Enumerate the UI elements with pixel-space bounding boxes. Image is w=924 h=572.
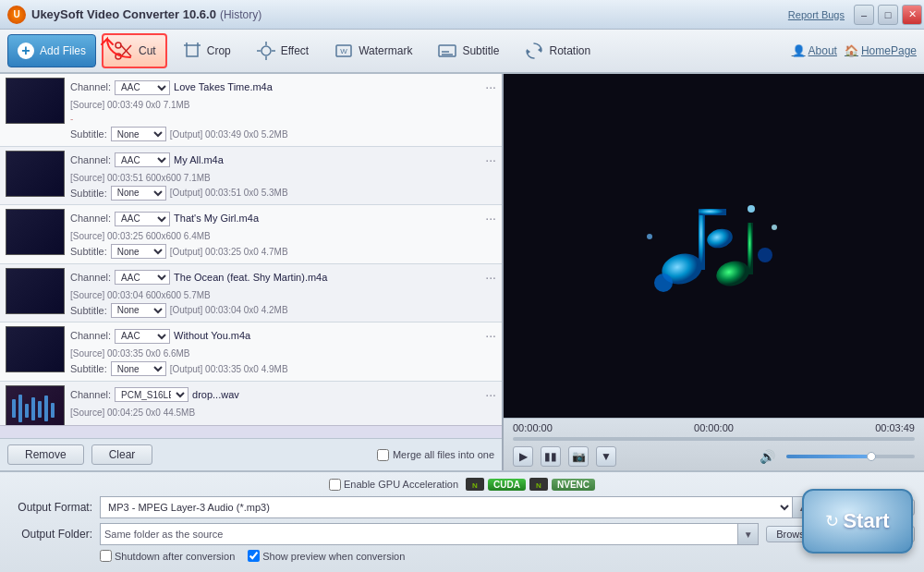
subtitle-select[interactable]: None <box>111 186 166 201</box>
nvidia-logo-icon: N <box>466 478 484 491</box>
subtitle-select[interactable]: None <box>111 127 166 141</box>
gpu-acceleration-check: Enable GPU Acceleration <box>329 479 458 491</box>
time-middle: 00:00:00 <box>694 422 734 433</box>
merge-checkbox[interactable] <box>377 449 389 461</box>
svg-marker-20 <box>527 49 530 55</box>
file-info: Channel: AAC My All.m4a ··· [Source] 00:… <box>70 151 496 201</box>
homepage-link[interactable]: 🏠 HomePage <box>845 44 917 57</box>
output-format-label: Output Format: <box>9 501 92 514</box>
options-row: Shutdown after conversion Show preview w… <box>100 550 915 562</box>
channel-select[interactable]: AAC <box>115 212 170 226</box>
toolbar: + Add Files Cut Crop <box>0 30 924 74</box>
svg-text:W: W <box>340 47 347 55</box>
shutdown-label: Shutdown after conversion <box>115 551 235 562</box>
subtitle-select[interactable]: None <box>111 303 166 318</box>
maximize-button[interactable]: □ <box>878 5 898 25</box>
shutdown-checkbox[interactable] <box>100 550 112 562</box>
file-info: Channel: AAC That's My Girl.m4a ··· [Sou… <box>70 209 496 260</box>
gpu-checkbox[interactable] <box>329 479 341 491</box>
list-item: Channel: AAC Without You.m4a ··· [Source… <box>0 323 502 382</box>
channel-select[interactable]: AAC <box>115 329 170 344</box>
cut-button[interactable]: Cut <box>102 33 167 68</box>
merge-label: Merge all files into one <box>393 449 494 460</box>
rotation-button[interactable]: Rotation <box>513 33 601 68</box>
subtitle-icon <box>436 40 458 62</box>
remove-button[interactable]: Remove <box>7 444 84 465</box>
title-bar: U UkeySoft Video Converter 10.6.0 (Histo… <box>0 0 924 30</box>
svg-text:N: N <box>536 481 541 490</box>
app-logo: U <box>7 6 26 24</box>
close-button[interactable]: ✕ <box>902 5 922 25</box>
volume-icon: 🔊 <box>760 449 775 464</box>
svg-rect-24 <box>31 397 35 420</box>
file-thumbnail <box>6 151 65 197</box>
svg-marker-19 <box>538 47 541 53</box>
plus-icon: + <box>18 43 34 59</box>
horizontal-scrollbar[interactable] <box>0 425 502 438</box>
shutdown-option[interactable]: Shutdown after conversion <box>100 550 235 562</box>
effect-button[interactable]: Effect <box>245 33 319 68</box>
cut-icon <box>113 40 135 62</box>
start-inner: ↻ Start <box>825 509 889 533</box>
output-folder-input[interactable] <box>100 523 738 545</box>
report-bugs-link[interactable]: Report Bugs <box>788 9 845 20</box>
snapshot-button[interactable]: 📷 <box>568 446 589 467</box>
cut-label: Cut <box>139 44 156 57</box>
gpu-label: Enable GPU Acceleration <box>344 479 458 490</box>
minimize-button[interactable]: – <box>854 5 874 25</box>
svg-point-37 <box>772 225 777 230</box>
about-link[interactable]: 👤 About <box>792 44 837 57</box>
file-list-scroll[interactable]: Channel: AAC Love Takes Time.m4a ··· [So… <box>0 74 502 425</box>
subtitle-button[interactable]: Subtitle <box>426 33 509 68</box>
svg-point-0 <box>116 43 121 48</box>
file-options-dots[interactable]: ··· <box>485 326 496 346</box>
volume-thumb[interactable] <box>867 452 876 461</box>
channel-select[interactable]: AAC <box>115 152 170 167</box>
watermark-label: Watermark <box>359 44 412 57</box>
nvidia-logo2-icon: N <box>529 478 548 491</box>
toolbar-right: 👤 About 🏠 HomePage <box>792 44 917 57</box>
list-item: Channel: AAC That's My Girl.m4a ··· [Sou… <box>0 205 502 264</box>
effect-label: Effect <box>281 44 309 57</box>
subtitle-label: Subtitle <box>462 44 499 57</box>
file-options-dots[interactable]: ··· <box>485 268 496 287</box>
file-options-dots[interactable]: ··· <box>485 385 496 405</box>
svg-point-32 <box>713 258 752 289</box>
list-item: Channel: PCM_S16LE drop...wav ··· [Sourc… <box>0 382 502 426</box>
svg-point-35 <box>758 248 772 262</box>
subtitle-select[interactable]: None <box>111 361 166 376</box>
folder-dropdown-arrow[interactable]: ▼ <box>738 523 759 545</box>
preview-controls: 00:00:00 00:00:00 00:03:49 ▶ ▮▮ 📷 ▼ 🔊 <box>504 418 924 470</box>
start-button[interactable]: ↻ Start <box>802 489 913 554</box>
output-format-select[interactable]: MP3 - MPEG Layer-3 Audio (*.mp3) <box>100 496 793 518</box>
watermark-button[interactable]: W Watermark <box>322 33 422 68</box>
add-files-button[interactable]: + Add Files <box>7 34 96 67</box>
show-preview-checkbox[interactable] <box>248 550 260 562</box>
crop-button[interactable]: Crop <box>171 33 241 68</box>
preview-screen <box>504 74 924 418</box>
show-preview-option[interactable]: Show preview when conversion <box>248 550 405 562</box>
file-options-dots[interactable]: ··· <box>485 151 496 170</box>
play-button[interactable]: ▶ <box>513 446 533 467</box>
format-row: Output Format: MP3 - MPEG Layer-3 Audio … <box>9 496 915 518</box>
effect-icon <box>255 40 277 62</box>
file-options-dots[interactable]: ··· <box>485 209 496 228</box>
time-total: 00:03:49 <box>875 422 915 433</box>
crop-icon <box>181 40 203 62</box>
preview-panel: 00:00:00 00:00:00 00:03:49 ▶ ▮▮ 📷 ▼ 🔊 <box>504 74 924 470</box>
subtitle-select[interactable]: None <box>111 244 166 259</box>
svg-point-31 <box>704 226 734 251</box>
stop-button[interactable]: ▮▮ <box>541 446 561 467</box>
home-icon: 🏠 <box>845 44 858 57</box>
clear-button[interactable]: Clear <box>91 444 153 465</box>
channel-select[interactable]: AAC <box>115 270 170 285</box>
list-item: Channel: AAC Love Takes Time.m4a ··· [So… <box>0 74 502 147</box>
file-options-dots[interactable]: ··· <box>485 78 496 97</box>
channel-select[interactable]: AAC <box>115 80 170 95</box>
volume-bar[interactable] <box>786 455 915 458</box>
rotation-label: Rotation <box>549 44 590 57</box>
seek-bar[interactable] <box>513 437 915 441</box>
snapshot-dropdown[interactable]: ▼ <box>596 446 616 467</box>
svg-rect-27 <box>51 403 55 418</box>
channel-select[interactable]: PCM_S16LE <box>115 387 188 402</box>
